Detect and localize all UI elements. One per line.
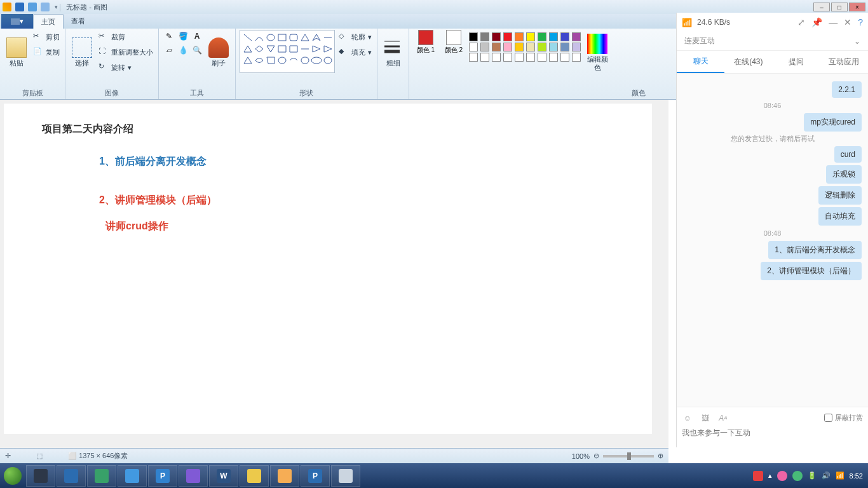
task-item[interactable] [57, 465, 86, 487]
eraser-tool[interactable]: ▱ [163, 44, 175, 57]
tab-home[interactable]: 主页 [33, 14, 64, 29]
palette-empty[interactable] [503, 53, 512, 62]
palette-color[interactable] [526, 43, 535, 51]
minimize-chat-icon[interactable]: — [829, 17, 837, 27]
task-item[interactable] [331, 465, 360, 487]
palette-empty[interactable] [469, 53, 478, 62]
pin-icon[interactable]: 📌 [811, 17, 822, 27]
task-item[interactable] [87, 465, 116, 487]
redo-icon[interactable] [41, 3, 50, 11]
task-item[interactable] [179, 465, 208, 487]
image-icon[interactable]: 🖼 [700, 412, 711, 424]
task-item[interactable]: P [301, 465, 330, 487]
canvas-area[interactable]: 项目第二天内容介绍 1、前后端分离开发概念 2、讲师管理模块（后端） 讲师cru… [0, 100, 668, 448]
color2-button[interactable]: 颜色 2 [441, 30, 466, 62]
canvas[interactable]: 项目第二天内容介绍 1、前后端分离开发概念 2、讲师管理模块（后端） 讲师cru… [4, 104, 652, 434]
palette-color[interactable] [549, 43, 558, 51]
tray-arrow-icon[interactable]: ▴ [768, 471, 772, 480]
tab-ask[interactable]: 提问 [773, 51, 820, 72]
palette-color[interactable] [492, 32, 501, 41]
palette-color[interactable] [572, 43, 581, 51]
palette-empty[interactable] [480, 53, 489, 62]
help-icon[interactable]: ? [858, 17, 863, 27]
palette-empty[interactable] [560, 53, 569, 62]
chat-body[interactable]: 2.2.1 08:46 mp实现cured 您的发言过快，请稍后再试 curd … [677, 74, 868, 407]
shape-outline-button[interactable]: ◇轮廓 ▾ [337, 30, 373, 44]
select-button[interactable]: 选择 [69, 30, 95, 76]
palette-color[interactable] [480, 32, 489, 41]
resize-button[interactable]: ⛶重新调整大小 [97, 45, 154, 59]
picker-tool[interactable]: 💧 [177, 44, 189, 57]
close-button[interactable]: × [849, 3, 865, 11]
palette-color[interactable] [492, 43, 501, 51]
tab-app[interactable]: 互动应用 [820, 51, 868, 72]
task-item[interactable] [270, 465, 299, 487]
pencil-tool[interactable]: ✎ [163, 30, 175, 43]
cut-button[interactable]: ✂剪切 [32, 30, 61, 44]
zoom-in-button[interactable]: ⊕ [658, 452, 663, 460]
chevron-down-icon[interactable]: ⌄ [854, 37, 860, 46]
palette-color[interactable] [480, 43, 489, 51]
chat-input[interactable] [682, 428, 863, 437]
tray-icon[interactable] [753, 471, 763, 481]
palette-color[interactable] [515, 43, 524, 51]
zoom-slider[interactable] [603, 455, 654, 458]
bucket-tool[interactable]: 🪣 [177, 30, 189, 43]
color1-button[interactable]: 颜色 1 [413, 30, 438, 62]
undo-icon[interactable] [28, 3, 37, 11]
rotate-button[interactable]: ↻旋转 ▾ [97, 60, 154, 74]
copy-button[interactable]: 📄复制 [32, 45, 61, 59]
tab-view[interactable]: 查看 [64, 14, 93, 29]
palette-empty[interactable] [492, 53, 501, 62]
zoom-out-button[interactable]: ⊖ [593, 452, 599, 460]
palette-empty[interactable] [549, 53, 558, 62]
font-icon[interactable]: AA [717, 412, 729, 424]
palette-color[interactable] [538, 43, 546, 51]
palette-color[interactable] [503, 32, 512, 41]
palette-color[interactable] [515, 32, 524, 41]
palette-color[interactable] [549, 32, 558, 41]
file-menu[interactable]: ▾ [1, 14, 33, 29]
tray-icon[interactable] [792, 471, 803, 481]
palette-color[interactable] [538, 32, 546, 41]
palette-empty[interactable] [538, 53, 546, 62]
palette-color[interactable] [469, 32, 478, 41]
palette-empty[interactable] [515, 53, 524, 62]
task-item[interactable] [240, 465, 269, 487]
palette-empty[interactable] [572, 53, 581, 62]
shapes-gallery[interactable] [240, 30, 335, 73]
palette-color[interactable] [560, 43, 569, 51]
crop-button[interactable]: ✂裁剪 [97, 30, 154, 44]
tab-online[interactable]: 在线(43) [724, 51, 772, 72]
expand-icon[interactable]: ⤢ [797, 17, 805, 27]
magnifier-tool[interactable]: 🔍 [191, 44, 203, 57]
task-item[interactable] [26, 465, 55, 487]
minimize-button[interactable]: – [813, 3, 830, 11]
clock[interactable]: 8:52 [850, 472, 863, 480]
maximize-button[interactable]: □ [831, 3, 848, 11]
battery-icon[interactable]: 🔋 [808, 471, 817, 480]
tab-chat[interactable]: 聊天 [677, 51, 724, 73]
shape-fill-button[interactable]: ◆填充 ▾ [337, 45, 373, 59]
palette-color[interactable] [469, 43, 478, 51]
palette-empty[interactable] [526, 53, 535, 62]
fullscreen-checkbox[interactable]: 屏蔽打赏 [824, 413, 863, 423]
close-chat-icon[interactable]: ✕ [844, 17, 851, 27]
palette-color[interactable] [560, 32, 569, 41]
chat-header[interactable]: 连麦互动 ⌄ [677, 32, 868, 51]
stroke-button[interactable]: 粗细 [381, 30, 405, 76]
paste-button[interactable]: 粘贴 [4, 30, 29, 76]
palette-color[interactable] [572, 32, 581, 41]
palette-color[interactable] [526, 32, 535, 41]
palette-color[interactable] [503, 43, 512, 51]
emoji-icon[interactable]: ☺ [682, 412, 693, 424]
brush-button[interactable]: 刷子 [206, 30, 231, 76]
start-button[interactable] [0, 463, 25, 488]
tray-icon[interactable] [777, 471, 787, 481]
text-tool[interactable]: A [191, 30, 203, 43]
task-item[interactable]: P [148, 465, 177, 487]
task-item[interactable]: W [209, 465, 238, 487]
task-item[interactable] [118, 465, 147, 487]
save-icon[interactable] [15, 3, 24, 11]
volume-icon[interactable]: 🔊 [822, 471, 831, 480]
